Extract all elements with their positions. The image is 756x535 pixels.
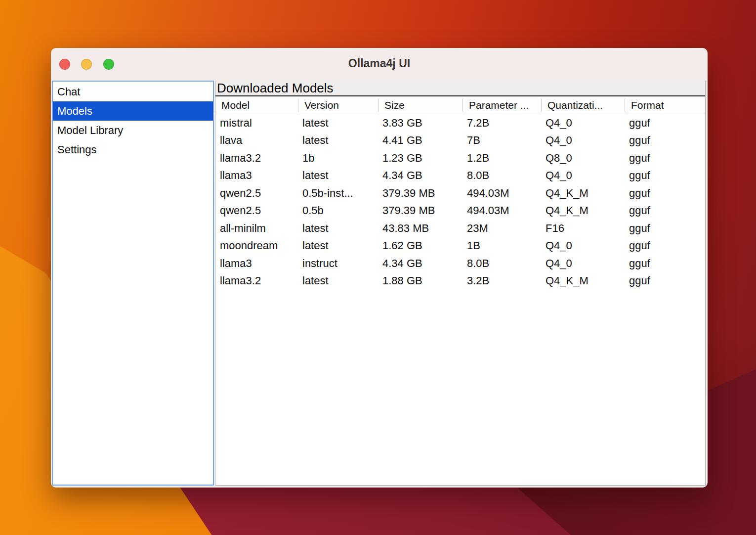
table-cell: 7B (462, 134, 541, 147)
table-row[interactable]: moondreamlatest1.62 GB1BQ4_0gguf (215, 237, 705, 255)
table-cell: latest (298, 274, 378, 287)
table-cell: gguf (625, 187, 706, 200)
table-cell: 1b (298, 152, 378, 165)
table-cell: llama3.2 (215, 152, 298, 165)
table-row[interactable]: llama3latest4.34 GB8.0BQ4_0gguf (215, 167, 705, 185)
table-row[interactable]: llavalatest4.41 GB7BQ4_0gguf (215, 132, 705, 150)
table-row[interactable]: qwen2.50.5b379.39 MB494.03MQ4_K_Mgguf (215, 202, 705, 220)
column-header-version[interactable]: Version (298, 98, 378, 112)
column-header-parameter[interactable]: Parameter ... (462, 98, 541, 112)
table-cell: Q4_K_M (541, 187, 625, 200)
table-cell: 1.88 GB (378, 274, 462, 287)
table-cell: 1B (462, 239, 541, 252)
table-cell: 1.2B (462, 152, 541, 165)
table-cell: gguf (625, 134, 706, 147)
table-cell: 4.34 GB (378, 169, 462, 182)
table-cell: llama3 (215, 169, 298, 182)
table-cell: 494.03M (462, 204, 541, 217)
table-cell: 1.62 GB (378, 239, 462, 252)
table-cell: latest (298, 134, 378, 147)
table-cell: qwen2.5 (215, 187, 298, 200)
table-cell: qwen2.5 (215, 204, 298, 217)
table-cell: Q4_K_M (541, 274, 625, 287)
table-cell: 7.2B (462, 117, 541, 130)
table-cell: 0.5b (298, 204, 378, 217)
sidebar-item-settings[interactable]: Settings (53, 140, 213, 159)
table-cell: 379.39 MB (378, 204, 462, 217)
window-content: ChatModelsModel LibrarySettings Download… (52, 81, 706, 486)
table-cell: F16 (541, 222, 625, 235)
table-cell: all-minilm (215, 222, 298, 235)
table-cell: gguf (625, 169, 706, 182)
table-cell: gguf (625, 274, 706, 287)
table-row[interactable]: all-minilmlatest43.83 MB23MF16gguf (215, 220, 705, 237)
sidebar-item-model-library[interactable]: Model Library (53, 121, 213, 140)
table-cell: Q4_0 (541, 117, 625, 130)
panel-caption: Downloaded Models (215, 81, 705, 96)
table-cell: Q4_0 (541, 169, 625, 182)
table-cell: 43.83 MB (378, 222, 462, 235)
models-panel: Downloaded Models ModelVersionSizeParame… (215, 81, 706, 486)
table-cell: 8.0B (462, 257, 541, 270)
table-body: mistrallatest3.83 GB7.2BQ4_0ggufllavalat… (215, 114, 705, 485)
table-cell: 3.83 GB (378, 117, 462, 130)
sidebar-item-models[interactable]: Models (53, 101, 213, 121)
table-cell: Q8_0 (541, 152, 625, 165)
table-cell: latest (298, 169, 378, 182)
window-title: Ollama4j UI (51, 48, 708, 81)
table-cell: llama3 (215, 257, 298, 270)
table-cell: Q4_0 (541, 134, 625, 147)
table-row[interactable]: mistrallatest3.83 GB7.2BQ4_0gguf (215, 114, 705, 132)
table-cell: 0.5b-inst... (298, 187, 378, 200)
table-cell: llama3.2 (215, 274, 298, 287)
table-cell: 379.39 MB (378, 187, 462, 200)
table-cell: latest (298, 222, 378, 235)
table-cell: mistral (215, 117, 298, 130)
table-cell: 4.34 GB (378, 257, 462, 270)
table-cell: Q4_K_M (541, 204, 625, 217)
table-header-row: ModelVersionSizeParameter ...Quantizati.… (215, 96, 705, 114)
table-cell: 23M (462, 222, 541, 235)
column-header-quantizati[interactable]: Quantizati... (541, 98, 625, 112)
table-cell: gguf (625, 117, 706, 130)
table-cell: gguf (625, 222, 706, 235)
table-cell: instruct (298, 257, 378, 270)
table-cell: 494.03M (462, 187, 541, 200)
table-cell: gguf (625, 239, 706, 252)
column-header-model[interactable]: Model (215, 98, 298, 112)
table-cell: gguf (625, 257, 706, 270)
table-cell: 3.2B (462, 274, 541, 287)
table-row[interactable]: llama3.2latest1.88 GB3.2BQ4_K_Mgguf (215, 272, 705, 290)
table-cell: gguf (625, 204, 706, 217)
column-header-size[interactable]: Size (378, 98, 462, 112)
table-cell: latest (298, 239, 378, 252)
table-cell: 8.0B (462, 169, 541, 182)
table-row[interactable]: llama3.21b1.23 GB1.2BQ8_0gguf (215, 149, 705, 167)
table-row[interactable]: llama3instruct4.34 GB8.0BQ4_0gguf (215, 255, 705, 272)
sidebar: ChatModelsModel LibrarySettings (52, 81, 214, 486)
sidebar-item-chat[interactable]: Chat (53, 82, 213, 101)
table-cell: 1.23 GB (378, 152, 462, 165)
table-cell: Q4_0 (541, 257, 625, 270)
table-cell: 4.41 GB (378, 134, 462, 147)
table-cell: llava (215, 134, 298, 147)
table-cell: latest (298, 117, 378, 130)
column-header-format[interactable]: Format (625, 98, 706, 112)
table-cell: moondream (215, 239, 298, 252)
table-row[interactable]: qwen2.50.5b-inst...379.39 MB494.03MQ4_K_… (215, 184, 705, 202)
window-titlebar[interactable]: Ollama4j UI (51, 48, 708, 81)
app-window: Ollama4j UI ChatModelsModel LibrarySetti… (51, 48, 708, 488)
table-cell: gguf (625, 152, 706, 165)
table-cell: Q4_0 (541, 239, 625, 252)
